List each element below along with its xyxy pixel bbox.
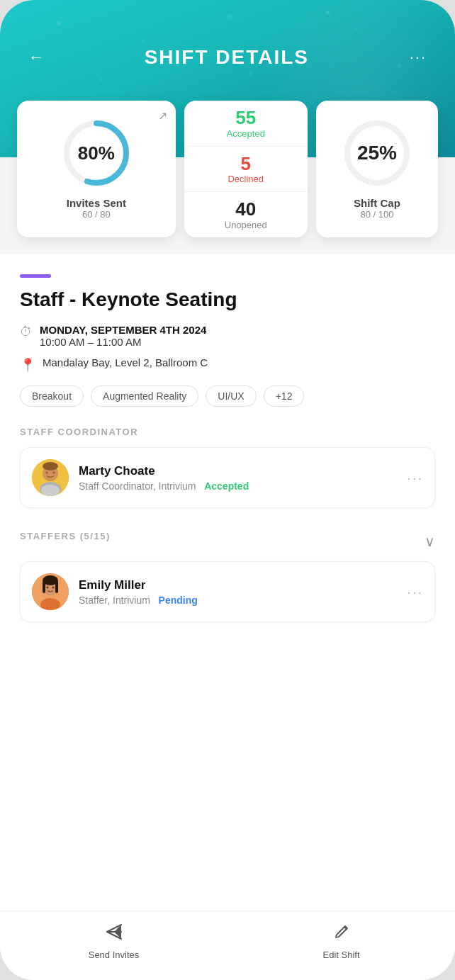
staffer-name: Emily Miller xyxy=(79,578,397,592)
page-title: SHIFT DETAILS xyxy=(145,46,309,69)
staffers-section-header: STAFFERS (5/15) ∨ xyxy=(20,531,435,551)
coordinator-section-label: STAFF COORDINATOR xyxy=(20,427,435,437)
tag-uiux[interactable]: UI/UX xyxy=(206,385,256,407)
coordinator-more-button[interactable]: ··· xyxy=(407,470,423,486)
svg-point-10 xyxy=(43,462,58,471)
more-button[interactable]: ··· xyxy=(404,43,432,72)
bottom-nav: Send Invites Edit Shift xyxy=(0,911,455,980)
location-text: Mandalay Bay, Level 2, Ballroom C xyxy=(43,356,208,368)
location-row: 📍 Mandalay Bay, Level 2, Ballroom C xyxy=(20,356,435,373)
invites-sent-card[interactable]: ↗ 80% Invites Sent 60 / 80 xyxy=(17,101,176,237)
svg-point-8 xyxy=(46,472,48,474)
expand-icon: ↗ xyxy=(158,109,167,123)
svg-point-17 xyxy=(47,587,49,589)
staffer-info: Emily Miller Staffer, Intrivium Pending xyxy=(79,578,397,606)
staffer-more-button[interactable]: ··· xyxy=(407,584,423,600)
svg-point-9 xyxy=(53,472,55,474)
shift-cap-card: 25% Shift Cap 80 / 100 xyxy=(316,101,438,237)
coordinator-card[interactable]: Marty Choate Staff Coordinator, Intriviu… xyxy=(20,447,435,508)
clock-icon: ⏱ xyxy=(20,325,33,339)
cap-percent: 25% xyxy=(357,142,397,164)
location-icon: 📍 xyxy=(20,357,35,373)
accepted-stat: 55 Accepted xyxy=(184,101,308,147)
staffers-section-label: STAFFERS (5/15) xyxy=(20,531,111,541)
edit-icon xyxy=(332,923,351,945)
declined-num: 5 xyxy=(241,154,251,174)
coordinator-status: Accepted xyxy=(204,480,249,492)
edit-shift-nav[interactable]: Edit Shift xyxy=(228,923,455,960)
svg-point-18 xyxy=(52,587,55,589)
accent-bar xyxy=(20,274,51,278)
send-invites-nav[interactable]: Send Invites xyxy=(0,923,228,960)
stats-row: ↗ 80% Invites Sent 60 / 80 55 Accepted 5… xyxy=(0,101,455,237)
unopened-num: 40 xyxy=(235,199,256,220)
send-invites-label: Send Invites xyxy=(89,950,140,960)
tag-more[interactable]: +12 xyxy=(264,385,305,407)
date-time: MONDAY, SEPTEMBER 4TH 2024 10:00 AM – 11… xyxy=(40,324,206,348)
cap-sublabel: 80 / 100 xyxy=(360,209,393,220)
send-icon xyxy=(105,923,123,945)
coordinator-role: Staff Coordinator, Intrivium Accepted xyxy=(79,480,397,492)
progress-circle: 80% xyxy=(61,118,132,188)
back-button[interactable]: ← xyxy=(23,43,50,72)
coordinator-name: Marty Choate xyxy=(79,464,397,478)
svg-rect-15 xyxy=(43,580,45,593)
declined-stat: 5 Declined xyxy=(184,147,308,193)
accepted-num: 55 xyxy=(235,108,256,128)
svg-point-7 xyxy=(41,485,60,496)
declined-label: Declined xyxy=(228,174,264,184)
coordinator-info: Marty Choate Staff Coordinator, Intriviu… xyxy=(79,464,397,492)
cap-circle: 25% xyxy=(342,118,412,188)
svg-rect-16 xyxy=(55,580,58,593)
staffer-card[interactable]: Emily Miller Staffer, Intrivium Pending … xyxy=(20,561,435,622)
cap-label: Shift Cap xyxy=(354,197,400,209)
unopened-stat: 40 Unopened xyxy=(184,192,308,237)
edit-shift-label: Edit Shift xyxy=(322,950,359,960)
tags-row: Breakout Augmented Reality UI/UX +12 xyxy=(20,385,435,407)
percent-value: 80% xyxy=(78,142,115,164)
shift-title: Staff - Keynote Seating xyxy=(20,288,435,312)
staffer-avatar xyxy=(32,573,69,610)
invites-label: Invites Sent xyxy=(67,197,126,209)
unopened-label: Unopened xyxy=(225,220,267,230)
tag-breakout[interactable]: Breakout xyxy=(20,385,84,407)
staffer-status: Pending xyxy=(159,595,198,606)
staffers-chevron[interactable]: ∨ xyxy=(425,533,435,550)
date-row: ⏱ MONDAY, SEPTEMBER 4TH 2024 10:00 AM – … xyxy=(20,324,435,348)
staffer-role: Staffer, Intrivium Pending xyxy=(79,595,397,606)
main-content: Staff - Keynote Seating ⏱ MONDAY, SEPTEM… xyxy=(0,254,455,911)
response-stats-card: 55 Accepted 5 Declined 40 Unopened xyxy=(184,101,308,237)
accepted-label: Accepted xyxy=(227,128,265,139)
invites-sublabel: 60 / 80 xyxy=(82,209,111,220)
coordinator-avatar xyxy=(32,459,69,496)
tag-ar[interactable]: Augmented Reality xyxy=(91,385,198,407)
